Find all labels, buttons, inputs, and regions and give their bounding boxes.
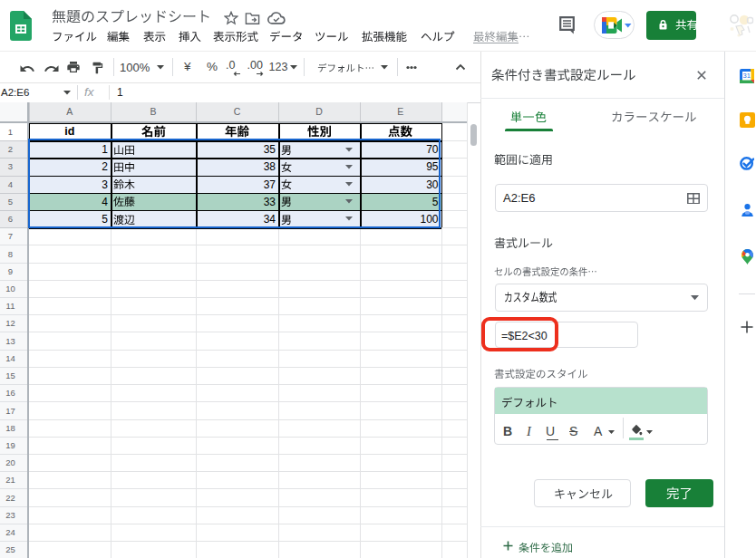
- svg-text:31: 31: [743, 72, 751, 80]
